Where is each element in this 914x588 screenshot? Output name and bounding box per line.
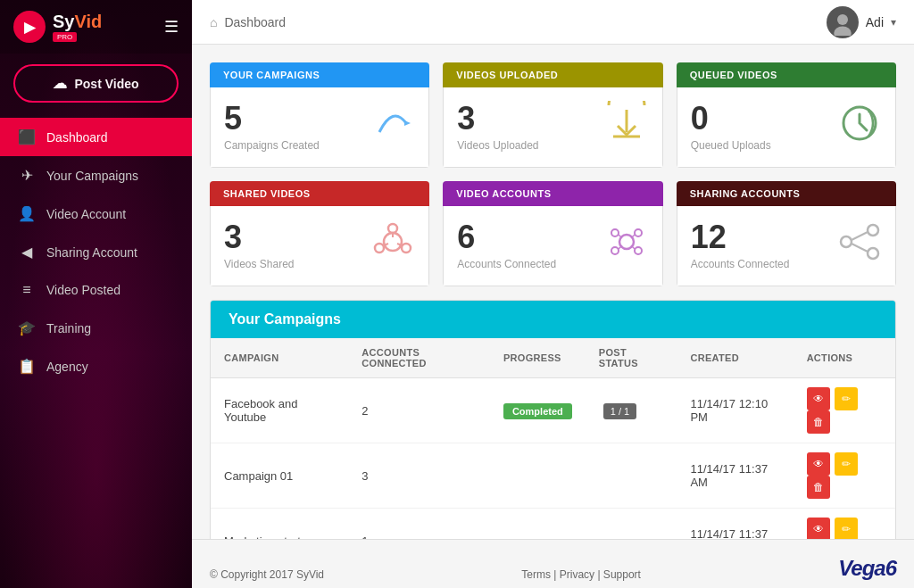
chevron-down-icon: ▾ — [891, 16, 896, 29]
col-progress: PROGRESS — [490, 338, 586, 378]
user-area[interactable]: Adi ▾ — [827, 6, 896, 38]
sidebar-item-label: Your Campaigns — [46, 169, 138, 183]
stat-body-videos-uploaded: 3 Videos Uploaded — [443, 87, 662, 168]
home-icon: ⌂ — [210, 15, 217, 29]
logo-pro: PRO — [53, 32, 77, 42]
sidebar-item-agency[interactable]: 📋 Agency — [0, 347, 192, 385]
stat-number-sharing-accounts: 12 — [691, 221, 790, 253]
svg-point-5 — [388, 224, 397, 233]
edit-button[interactable]: ✏ — [835, 387, 858, 410]
campaigns-table-body: Facebook and Youtube 2 Completed 1 / 1 1… — [211, 378, 895, 540]
stat-header-sharing-accounts: SHARING ACCOUNTS — [677, 181, 896, 206]
posted-icon: ≡ — [18, 282, 36, 298]
hamburger-icon[interactable]: ☰ — [164, 17, 179, 37]
logo-text: SyVid PRO — [53, 12, 102, 42]
stat-label-campaigns: Campaigns Created — [224, 139, 320, 152]
edit-button[interactable]: ✏ — [835, 452, 858, 476]
dashboard-icon: ⬛ — [18, 128, 36, 145]
stat-card-campaigns: YOUR CAMPAIGNS 5 Campaigns Created — [210, 62, 429, 168]
col-actions: ACTIONS — [794, 338, 895, 378]
videos-uploaded-stat-icon — [604, 101, 649, 153]
cell-created: 11/14/17 12:10 PM — [677, 378, 793, 443]
sidebar-header: ▶ SyVid PRO ☰ — [0, 0, 192, 54]
breadcrumb-text: Dashboard — [224, 15, 286, 29]
stat-info-queued: 0 Queued Uploads — [691, 103, 771, 152]
sharing-accounts-stat-icon — [837, 219, 882, 272]
footer-links: Terms | Privacy | Support — [521, 568, 641, 581]
col-created: CREATED — [677, 338, 793, 378]
avatar — [827, 6, 859, 38]
table-row: Campaign 01 3 11/14/17 11:37 AM 👁 ✏ 🗑 — [211, 443, 895, 509]
view-button[interactable]: 👁 — [807, 387, 830, 410]
stat-card-sharing-accounts: SHARING ACCOUNTS 12 Accounts Connected — [677, 181, 896, 286]
stat-body-video-accounts: 6 Accounts Connected — [443, 206, 662, 286]
content-area: YOUR CAMPAIGNS 5 Campaigns Created VIDEO… — [192, 45, 914, 539]
svg-point-21 — [868, 225, 878, 236]
nav-list: ⬛ Dashboard ✈ Your Campaigns 👤 Video Acc… — [0, 118, 192, 588]
stat-body-queued: 0 Queued Uploads — [677, 87, 896, 168]
edit-button[interactable]: ✏ — [835, 518, 858, 539]
cell-progress — [490, 509, 586, 540]
delete-button[interactable]: 🗑 — [807, 410, 830, 434]
stat-card-queued: QUEUED VIDEOS 0 Queued Uploads — [677, 62, 896, 168]
col-campaign: CAMPAIGN — [211, 338, 348, 378]
view-button[interactable]: 👁 — [807, 452, 830, 476]
svg-point-22 — [868, 248, 878, 259]
svg-point-14 — [611, 247, 619, 254]
post-video-button[interactable]: ☁ Post Video — [13, 64, 179, 103]
logo-icon: ▶ — [13, 11, 46, 43]
stat-label-sharing-accounts: Accounts Connected — [691, 258, 790, 270]
stat-label-queued: Queued Uploads — [691, 139, 771, 152]
sidebar-item-label: Training — [46, 321, 91, 335]
stat-body-sharing-accounts: 12 Accounts Connected — [677, 206, 896, 286]
footer: © Copyright 2017 SyVid Terms | Privacy |… — [192, 539, 914, 588]
campaigns-table: CAMPAIGN ACCOUNTS CONNECTED PROGRESS POS… — [211, 338, 895, 539]
upload-icon: ☁ — [53, 75, 67, 92]
sidebar-item-video-posted[interactable]: ≡ Video Posted — [0, 271, 192, 309]
cell-progress: Completed — [490, 378, 586, 443]
col-accounts: ACCOUNTS CONNECTED — [348, 338, 490, 378]
stat-header-campaigns: YOUR CAMPAIGNS — [210, 62, 429, 87]
cell-accounts: 3 — [348, 443, 490, 509]
sidebar-item-label: Video Account — [46, 207, 126, 221]
cell-campaign: Campaign 01 — [211, 443, 348, 509]
shared-stat-icon — [370, 219, 415, 272]
cell-progress — [490, 443, 586, 509]
footer-links-text: Terms | Privacy | Support — [521, 568, 641, 581]
cell-created: 11/14/17 11:37 AM — [677, 443, 793, 509]
cell-post-status: 1 / 1 — [586, 378, 677, 443]
stat-number-videos-uploaded: 3 — [457, 103, 538, 135]
stats-row-1: YOUR CAMPAIGNS 5 Campaigns Created VIDEO… — [210, 62, 896, 168]
share-icon: ◀ — [18, 244, 36, 261]
svg-line-24 — [852, 244, 868, 252]
stat-label-video-accounts: Accounts Connected — [457, 258, 556, 270]
sidebar-item-your-campaigns[interactable]: ✈ Your Campaigns — [0, 156, 192, 195]
stat-header-videos-uploaded: VIDEOS UPLOADED — [443, 62, 662, 87]
sidebar-item-training[interactable]: 🎓 Training — [0, 309, 192, 347]
sidebar-item-label: Video Posted — [46, 283, 120, 297]
svg-point-20 — [841, 236, 852, 247]
stat-body-campaigns: 5 Campaigns Created — [210, 87, 429, 168]
campaigns-stat-icon — [370, 101, 415, 153]
campaigns-icon: ✈ — [18, 167, 36, 184]
queued-stat-icon — [837, 101, 882, 153]
sidebar-item-dashboard[interactable]: ⬛ Dashboard — [0, 118, 192, 156]
stat-card-videos-uploaded: VIDEOS UPLOADED 3 Videos Uploaded — [443, 62, 662, 168]
sidebar-item-video-account[interactable]: 👤 Video Account — [0, 195, 192, 233]
stats-row-2: SHARED VIDEOS 3 Videos Shared — [210, 181, 896, 286]
video-accounts-stat-icon — [604, 219, 649, 272]
logo-syvid: SyVid — [53, 12, 102, 30]
cell-campaign: Marketing strategy — [211, 509, 348, 540]
delete-button[interactable]: 🗑 — [807, 476, 830, 499]
footer-brand: Vega6 — [838, 556, 896, 581]
stat-label-videos-uploaded: Videos Uploaded — [457, 139, 538, 152]
footer-copyright: © Copyright 2017 SyVid — [210, 568, 324, 581]
stat-label-shared: Videos Shared — [224, 258, 295, 270]
main-content: ⌂ Dashboard Adi ▾ YOUR CAMPAIGNS — [192, 0, 914, 588]
cell-accounts: 2 — [348, 378, 490, 443]
cell-post-status — [586, 509, 677, 540]
topbar: ⌂ Dashboard Adi ▾ — [192, 0, 914, 45]
sidebar-item-sharing-account[interactable]: ◀ Sharing Account — [0, 233, 192, 271]
stat-body-shared: 3 Videos Shared — [210, 206, 429, 286]
view-button[interactable]: 👁 — [807, 518, 830, 539]
